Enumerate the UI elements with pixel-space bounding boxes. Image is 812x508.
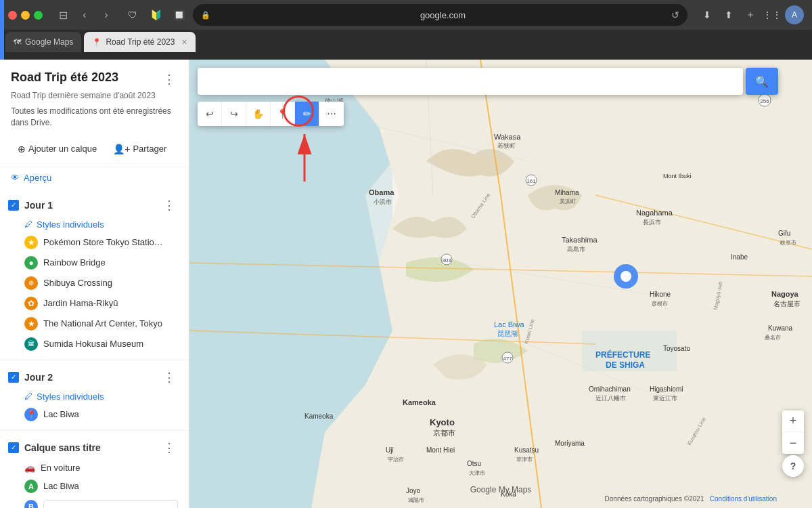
place-hama[interactable]: ✿ Jardin Hama-Rikyū <box>0 293 189 314</box>
tab-google-maps[interactable]: 🗺 Google Maps <box>5 32 81 52</box>
preview-label: Aperçu <box>24 173 51 183</box>
nav-forward-btn[interactable]: › <box>97 5 116 24</box>
main-content: Road Trip été 2023 ⋮ Road Trip dernière … <box>0 60 812 508</box>
tab-bar: 🗺 Google Maps 📍 Road Trip été 2023 ✕ <box>0 30 812 54</box>
extension-icon[interactable]: 🔲 <box>170 6 187 24</box>
jour2-section: ✓ Jour 2 ⋮ 🖊 Styles individuels 📍 Lac Bi… <box>0 360 189 431</box>
grid-icon[interactable]: ⋮⋮ <box>763 6 781 24</box>
jour2-styles-link[interactable]: 🖊 Styles individuels <box>0 389 189 404</box>
waypoint-a-icon: A <box>24 480 38 493</box>
national-art-label: The National Art Center, Tokyo <box>43 318 162 329</box>
waypoint-b-input[interactable] <box>43 500 178 508</box>
tab-close-icon[interactable]: ✕ <box>181 38 187 47</box>
zoom-out-btn[interactable]: − <box>782 432 804 454</box>
route-label: En voiture <box>41 463 81 473</box>
window-minimize-btn[interactable] <box>21 11 30 20</box>
svg-point-72 <box>621 271 631 282</box>
place-sumida[interactable]: 🏛 Sumida Hokusai Museum <box>0 334 189 354</box>
nav-sidebar-btn[interactable]: ⊟ <box>53 5 72 24</box>
jour1-checkbox[interactable]: ✓ <box>8 200 19 211</box>
share-btn[interactable]: 👤+ Partager <box>106 140 173 158</box>
svg-text:477: 477 <box>503 356 512 362</box>
svg-text:東近江市: 東近江市 <box>653 395 677 402</box>
place-national-art[interactable]: ★ The National Art Center, Tokyo <box>0 314 189 334</box>
place-pokemon[interactable]: ★ Pokémon Store Tokyo Statio… <box>0 232 189 253</box>
car-icon: 🚗 <box>24 463 35 473</box>
svg-text:桑名市: 桑名市 <box>765 335 781 341</box>
route-voiture[interactable]: 🚗 En voiture <box>0 459 189 476</box>
jour1-header: ✓ Jour 1 ⋮ <box>0 194 189 217</box>
map-terrain-svg: 303 161 477 256 Tokuyama Lake 徳山湖 Obama … <box>189 60 812 508</box>
window-maximize-btn[interactable] <box>34 11 43 20</box>
more-btn[interactable]: ⋯ <box>319 102 344 126</box>
svg-text:256: 256 <box>760 98 769 104</box>
shibuya-label: Shibuya Crossing <box>43 278 112 288</box>
svg-text:Kameoka: Kameoka <box>304 412 334 420</box>
sidebar-actions: ⊕ Ajouter un calque 👤+ Partager <box>0 134 189 167</box>
browser-right-icons: ⬇ ⬆ ＋ ⋮⋮ A <box>698 5 804 24</box>
add-layer-btn[interactable]: ⊕ Ajouter un calque <box>11 140 104 158</box>
avatar[interactable]: A <box>785 5 804 24</box>
map-area[interactable]: 303 161 477 256 Tokuyama Lake 徳山湖 Obama … <box>189 60 812 508</box>
jour1-section: ✓ Jour 1 ⋮ 🖊 Styles individuels ★ Pokémo… <box>0 188 189 360</box>
calque-header: ✓ Calque sans titre ⋮ <box>0 436 189 459</box>
pokemon-icon: ★ <box>24 236 38 249</box>
svg-text:DE SHIGA: DE SHIGA <box>606 360 645 370</box>
map-search-btn[interactable]: 🔍 <box>746 68 778 95</box>
reload-btn[interactable]: ↺ <box>671 9 679 20</box>
share-browser-icon[interactable]: ⬆ <box>720 6 738 24</box>
nav-back-btn[interactable]: ‹ <box>75 5 94 24</box>
hand-btn[interactable]: ✋ <box>246 102 271 126</box>
calque-menu-btn[interactable]: ⋮ <box>160 439 178 457</box>
svg-text:Joyo: Joyo <box>406 487 421 494</box>
add-layer-label: Ajouter un calque <box>28 144 97 154</box>
sidebar-menu-btn[interactable]: ⋮ <box>160 70 178 88</box>
undo-btn[interactable]: ↩ <box>198 102 222 126</box>
tab-road-trip[interactable]: 📍 Road Trip été 2023 ✕ <box>84 32 196 52</box>
place-lac-biwa-jour2[interactable]: 📍 Lac Biwa <box>0 404 189 425</box>
conditions-link[interactable]: Conditions d'utilisation <box>710 495 777 503</box>
download-icon[interactable]: ⬇ <box>698 6 716 24</box>
shield-icon[interactable]: 🛡 <box>124 6 141 24</box>
place-shibuya[interactable]: ⊕ Shibuya Crossing <box>0 273 189 293</box>
svg-text:Kyoto: Kyoto <box>430 417 455 427</box>
svg-text:長浜市: 長浜市 <box>643 219 661 226</box>
checkmark-icon2: ✓ <box>11 373 16 381</box>
waypoint-a-item[interactable]: A Lac Biwa <box>0 476 189 496</box>
sumida-icon: 🏛 <box>24 337 38 351</box>
place-rainbow-bridge[interactable]: ● Rainbow Bridge <box>0 253 189 273</box>
address-bar[interactable]: 🔒 google.com ↺ <box>193 4 687 26</box>
lac-biwa-j2-icon: 📍 <box>24 408 38 421</box>
svg-text:京都市: 京都市 <box>433 429 455 437</box>
redo-btn[interactable]: ↪ <box>222 102 246 126</box>
map-search-input[interactable] <box>198 68 743 95</box>
marker-btn[interactable]: 📍 <box>271 102 295 126</box>
zoom-controls: + − <box>782 410 804 454</box>
jour2-menu-btn[interactable]: ⋮ <box>160 368 178 386</box>
privacy-icon[interactable]: 🔰 <box>147 6 164 24</box>
browser-top-bar: ⊟ ‹ › 🛡 🔰 🔲 🔒 google.com ↺ ⬇ ⬆ ＋ ⋮⋮ A <box>0 0 812 30</box>
calque-checkbox[interactable]: ✓ <box>8 442 19 453</box>
jour2-checkbox[interactable]: ✓ <box>8 372 19 383</box>
zoom-in-btn[interactable]: + <box>782 410 804 432</box>
help-btn[interactable]: ? <box>782 455 804 477</box>
window-close-btn[interactable] <box>8 11 17 20</box>
eye-icon: 👁 <box>11 173 20 183</box>
svg-text:Nagoya: Nagoya <box>771 290 799 298</box>
highlight-btn[interactable]: ✏ <box>295 102 319 126</box>
svg-text:美浜町: 美浜町 <box>560 198 576 205</box>
svg-text:Obama: Obama <box>369 188 394 196</box>
map-attribution: Données cartographiques ©2021 Conditions… <box>605 495 777 503</box>
svg-text:近江八幡市: 近江八幡市 <box>595 395 626 402</box>
svg-text:Higashiomi: Higashiomi <box>650 385 683 393</box>
checkmark-icon3: ✓ <box>11 444 16 451</box>
svg-text:琵琶湖: 琵琶湖 <box>497 330 518 337</box>
jour1-styles-label: Styles individuels <box>37 219 104 230</box>
svg-text:Mont Ibuki: Mont Ibuki <box>663 173 692 179</box>
new-tab-icon[interactable]: ＋ <box>742 6 759 24</box>
svg-text:Mont Hiei: Mont Hiei <box>426 446 455 454</box>
jour1-menu-btn[interactable]: ⋮ <box>160 196 178 214</box>
jour1-styles-link[interactable]: 🖊 Styles individuels <box>0 217 189 232</box>
preview-link[interactable]: 👁 Aperçu <box>0 167 189 188</box>
svg-text:彦根市: 彦根市 <box>652 301 668 307</box>
